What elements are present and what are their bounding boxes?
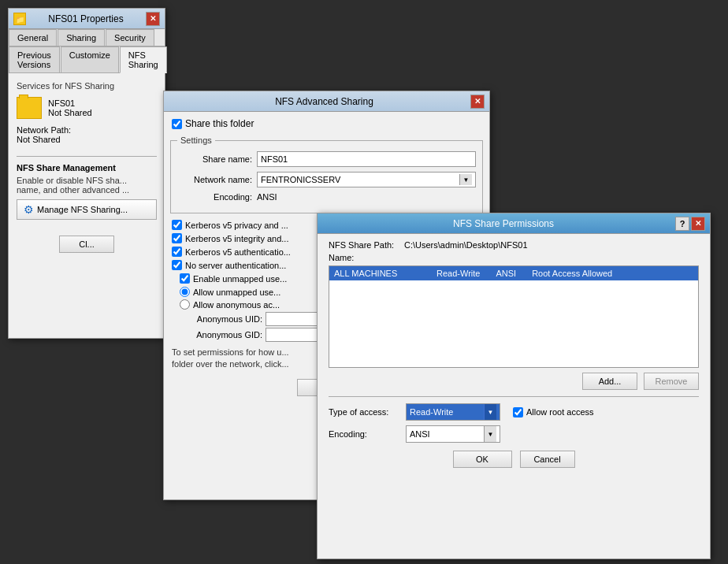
nfs-path-row: NFS Share Path: C:\Users\admin\Desktop\N… bbox=[329, 240, 699, 250]
manage-btn-label: Manage NFS Sharing... bbox=[37, 205, 128, 214]
advanced-title: NFS Advanced Sharing bbox=[178, 96, 470, 107]
tab-sharing[interactable]: Sharing bbox=[58, 29, 105, 46]
encoding-access-row: Encoding: ANSI ▼ bbox=[329, 425, 699, 443]
allow-unmapped-label: Allow unmapped use... bbox=[193, 288, 280, 297]
type-access-value: Read-Write bbox=[410, 407, 453, 417]
permissions-cancel-btn[interactable]: Cancel bbox=[520, 451, 575, 468]
services-label: Services for NFS Sharing bbox=[17, 81, 157, 91]
allow-root-access-label: Allow root access bbox=[526, 407, 594, 417]
add-btn[interactable]: Add... bbox=[582, 373, 637, 390]
allow-unmapped-radio[interactable] bbox=[180, 287, 190, 297]
manage-icon: ⚙ bbox=[24, 203, 34, 216]
nfs-mgmt-section: NFS Share Management Enable or disable N… bbox=[17, 156, 157, 220]
tab-previous-versions[interactable]: Previous Versions bbox=[9, 46, 60, 72]
enable-unmapped-label: Enable unmapped use... bbox=[193, 274, 287, 284]
network-path-label: Network Path: bbox=[17, 125, 157, 135]
settings-legend: Settings bbox=[177, 135, 215, 145]
folder-name: NFS01 bbox=[48, 98, 92, 108]
settings-fieldset: Settings Share name: Network name: FENTR… bbox=[170, 135, 483, 213]
properties-content: Services for NFS Sharing NFS01 Not Share… bbox=[9, 73, 165, 269]
nfs-path-value: C:\Users\admin\Desktop\NFS01 bbox=[404, 240, 528, 250]
folder-icon bbox=[17, 97, 42, 119]
kerberos-auth-label: Kerberos v5 authenticatio... bbox=[185, 247, 291, 257]
type-access-label: Type of access: bbox=[329, 407, 399, 417]
folder-row: NFS01 Not Shared bbox=[17, 97, 157, 119]
network-path-section: Network Path: Not Shared bbox=[17, 125, 157, 144]
type-of-access-row: Type of access: Read-Write ▼ Allow root … bbox=[329, 403, 699, 421]
permissions-window: NFS Share Permissions ? ✕ NFS Share Path… bbox=[317, 213, 711, 559]
tab-nfs-sharing[interactable]: NFS Sharing bbox=[120, 46, 167, 73]
allow-root-access-row: Allow root access bbox=[513, 407, 594, 417]
anon-gid-label: Anonymous GID: bbox=[172, 330, 262, 340]
nfs-path-label: NFS Share Path: bbox=[329, 240, 399, 250]
share-folder-label: Share this folder bbox=[185, 118, 254, 129]
tab-security[interactable]: Security bbox=[106, 29, 154, 46]
permissions-titlebar: NFS Share Permissions ? ✕ bbox=[318, 213, 710, 234]
network-name-row: Network name: FENTRONICSSERV ▼ bbox=[177, 172, 476, 187]
divider bbox=[329, 396, 699, 397]
network-name-dropdown[interactable]: FENTRONICSSERV ▼ bbox=[257, 172, 476, 187]
share-folder-checkbox[interactable] bbox=[172, 119, 182, 129]
encoding-dropdown[interactable]: ANSI ▼ bbox=[406, 425, 500, 443]
encoding-dropdown-value: ANSI bbox=[410, 429, 430, 439]
properties-window: 📁 NFS01 Properties ✕ General Sharing Sec… bbox=[8, 8, 165, 339]
advanced-titlebar: NFS Advanced Sharing ✕ bbox=[164, 91, 489, 112]
network-name-arrow[interactable]: ▼ bbox=[459, 174, 472, 185]
nfs-mgmt-desc: Enable or disable NFS sha... bbox=[17, 176, 157, 185]
no-server-auth-label: No server authentication... bbox=[185, 261, 286, 270]
encoding-label: Encoding: bbox=[177, 192, 252, 202]
type-access-dropdown[interactable]: Read-Write ▼ bbox=[406, 403, 500, 421]
encoding-access-label: Encoding: bbox=[329, 429, 399, 439]
share-name-input[interactable] bbox=[257, 151, 476, 167]
folder-info: NFS01 Not Shared bbox=[48, 98, 92, 117]
kerberos-auth-check[interactable] bbox=[172, 247, 182, 257]
properties-icon: 📁 bbox=[13, 13, 26, 25]
kerberos-integrity-check[interactable] bbox=[172, 233, 182, 243]
permissions-close-btn[interactable]: ✕ bbox=[691, 217, 705, 231]
allow-anon-label: Allow anonymous ac... bbox=[193, 300, 280, 310]
manage-nfs-btn[interactable]: ⚙ Manage NFS Sharing... bbox=[17, 199, 157, 220]
tab-customize[interactable]: Customize bbox=[61, 46, 119, 72]
properties-close-dialog-btn[interactable]: Cl... bbox=[59, 236, 114, 253]
kerberos-integrity-label: Kerberos v5 integrity and... bbox=[185, 234, 288, 243]
kerberos-privacy-label: Kerberos v5 privacy and ... bbox=[185, 221, 288, 230]
properties-tabs-row1: General Sharing Security bbox=[9, 29, 165, 46]
permissions-help-btn[interactable]: ? bbox=[675, 217, 689, 231]
nfs-mgmt-label: NFS Share Management bbox=[17, 163, 157, 173]
properties-close-btn[interactable]: ✕ bbox=[146, 12, 160, 26]
perm-row-all-machines[interactable]: ALL MACHINES Read-Write ANSI Root Access… bbox=[329, 266, 698, 280]
remove-btn[interactable]: Remove bbox=[644, 373, 699, 390]
perm-access: Read-Write bbox=[436, 269, 480, 278]
allow-root-access-check[interactable] bbox=[513, 407, 523, 417]
permissions-list[interactable]: ALL MACHINES Read-Write ANSI Root Access… bbox=[329, 265, 699, 368]
share-folder-row: Share this folder bbox=[172, 118, 481, 129]
allow-anon-radio[interactable] bbox=[180, 299, 190, 310]
permissions-ok-btn[interactable]: OK bbox=[453, 451, 512, 468]
encoding-value: ANSI bbox=[257, 192, 277, 202]
encoding-arrow[interactable]: ▼ bbox=[484, 426, 496, 442]
properties-title: NFS01 Properties bbox=[26, 13, 146, 24]
perm-encoding: ANSI bbox=[496, 269, 516, 278]
network-path-value: Not Shared bbox=[17, 135, 157, 144]
properties-tabs-row2: Previous Versions Customize NFS Sharing bbox=[9, 46, 165, 73]
properties-buttons: Cl... bbox=[24, 236, 149, 253]
share-name-label: Share name: bbox=[177, 154, 252, 164]
nfs-mgmt-desc2: name, and other advanced ... bbox=[17, 185, 157, 195]
kerberos-privacy-check[interactable] bbox=[172, 220, 182, 230]
tab-general[interactable]: General bbox=[9, 29, 57, 46]
permissions-bottom-buttons: OK Cancel bbox=[329, 451, 699, 468]
network-name-label: Network name: bbox=[177, 175, 252, 184]
permissions-title: NFS Share Permissions bbox=[332, 218, 675, 229]
enable-unmapped-check[interactable] bbox=[180, 273, 190, 284]
encoding-row: Encoding: ANSI bbox=[177, 192, 476, 202]
perm-action-buttons: Add... Remove bbox=[329, 373, 699, 390]
type-access-arrow[interactable]: ▼ bbox=[484, 404, 496, 420]
share-name-row: Share name: bbox=[177, 151, 476, 167]
properties-titlebar: 📁 NFS01 Properties ✕ bbox=[9, 9, 165, 29]
perm-root: Root Access Allowed bbox=[532, 269, 612, 278]
machine-name: ALL MACHINES bbox=[334, 269, 421, 278]
anon-uid-label: Anonymous UID: bbox=[172, 314, 262, 324]
name-label: Name: bbox=[329, 253, 699, 262]
advanced-close-btn[interactable]: ✕ bbox=[470, 95, 485, 109]
no-server-auth-check[interactable] bbox=[172, 260, 182, 270]
